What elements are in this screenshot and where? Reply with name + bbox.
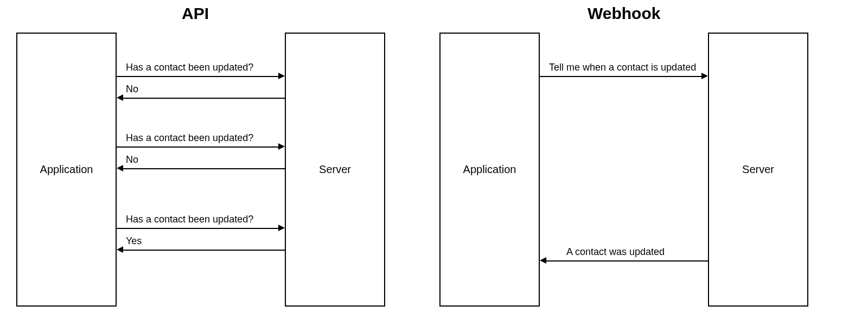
api-arrow-0-line	[117, 76, 278, 77]
api-server-label: Server	[319, 163, 351, 176]
webhook-application-label: Application	[463, 163, 516, 176]
webhook-title: Webhook	[588, 4, 660, 23]
api-arrow-0-label: Has a contact been updated?	[126, 62, 253, 73]
api-server-box: Server	[285, 33, 385, 307]
api-application-label: Application	[40, 163, 93, 176]
webhook-server-label: Server	[742, 163, 774, 176]
api-arrow-4-label: Has a contact been updated?	[126, 214, 253, 225]
api-arrow-5-label: Yes	[126, 235, 142, 247]
api-arrow-2-line	[117, 146, 278, 148]
webhook-arrow-0-line	[540, 76, 701, 77]
api-arrow-1-line	[123, 98, 285, 99]
webhook-arrow-0-head	[701, 73, 708, 79]
api-arrow-5-head	[117, 246, 123, 253]
webhook-arrow-1-head	[540, 257, 546, 264]
webhook-arrow-0-label: Tell me when a contact is updated	[549, 62, 696, 73]
api-arrow-3-head	[117, 165, 123, 171]
api-title: API	[182, 4, 209, 23]
webhook-arrow-1-label: A contact was updated	[566, 246, 665, 258]
api-arrow-2-head	[278, 143, 285, 150]
api-arrow-2-label: Has a contact been updated?	[126, 132, 253, 144]
api-arrow-5-line	[123, 250, 285, 251]
webhook-arrow-1-line	[546, 260, 708, 262]
webhook-server-box: Server	[708, 33, 808, 307]
api-arrow-0-head	[278, 73, 285, 79]
api-arrow-3-line	[123, 168, 285, 169]
webhook-application-box: Application	[439, 33, 540, 307]
api-arrow-3-label: No	[126, 154, 138, 165]
api-arrow-1-head	[117, 94, 123, 101]
api-arrow-1-label: No	[126, 84, 138, 95]
diagram-canvas: API Webhook Application Server Applicati…	[0, 0, 868, 325]
api-application-box: Application	[16, 33, 117, 307]
api-arrow-4-head	[278, 225, 285, 231]
api-arrow-4-line	[117, 228, 278, 229]
